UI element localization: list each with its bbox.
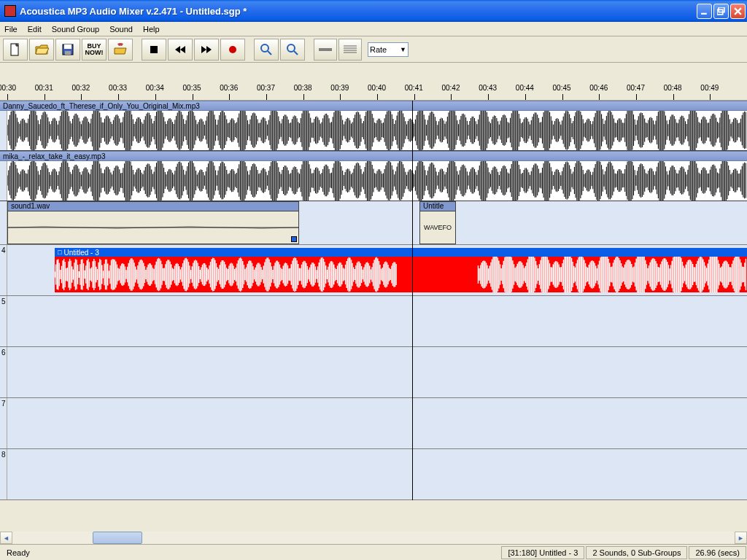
svg-rect-0 xyxy=(701,12,707,14)
view-mode-single[interactable] xyxy=(314,39,337,61)
svg-line-12 xyxy=(294,51,298,55)
svg-point-11 xyxy=(287,44,295,52)
status-duration: 26.96 (secs) xyxy=(689,546,746,559)
clip-sound1-title: sound1.wav xyxy=(7,201,299,211)
rate-label: Rate xyxy=(370,45,387,54)
toolbar: BUY NOW! Rate ▼ xyxy=(0,36,747,63)
track4-number: 4 xyxy=(1,246,6,254)
open-button[interactable] xyxy=(29,39,54,61)
track6-number: 6 xyxy=(1,349,6,357)
menu-help[interactable]: Help xyxy=(143,25,160,34)
scroll-left-button[interactable]: ◄ xyxy=(0,532,12,544)
menu-bar: File Edit Sound Group Sound Help xyxy=(0,22,747,36)
clip-sound1[interactable]: sound1.wav xyxy=(7,201,299,244)
svg-point-8 xyxy=(229,46,236,53)
ruler-tick: 00:38 xyxy=(303,94,341,100)
menu-file[interactable]: File xyxy=(4,25,18,34)
track8-row[interactable]: 8 xyxy=(0,449,747,500)
ruler-tick: 00:48 xyxy=(673,94,711,100)
status-ready: Ready xyxy=(1,546,36,559)
ruler-tick: 00:35 xyxy=(193,94,230,100)
ruler-tick: 00:39 xyxy=(340,94,377,100)
ruler-tick: 00:32 xyxy=(81,94,118,100)
track2-waveform[interactable] xyxy=(0,161,747,201)
track2-header[interactable]: mika_-_relax_take_it_easy.mp3 xyxy=(0,151,747,161)
scroll-track[interactable] xyxy=(12,532,735,544)
track6-row[interactable]: 6 xyxy=(0,347,747,398)
track1-waveform[interactable] xyxy=(0,111,747,151)
svg-rect-6 xyxy=(65,51,71,55)
ruler-tick: 00:30 xyxy=(7,94,44,100)
menu-sound-group[interactable]: Sound Group xyxy=(52,25,99,34)
close-button[interactable] xyxy=(730,4,746,19)
stop-button[interactable] xyxy=(142,39,166,61)
view-mode-multi[interactable] xyxy=(338,39,362,61)
menu-sound[interactable]: Sound xyxy=(109,25,133,34)
track5-row[interactable]: 5 xyxy=(0,296,747,347)
track7-number: 7 xyxy=(1,400,6,408)
ruler-tick: 00:37 xyxy=(266,94,303,100)
zoom-out-button[interactable] xyxy=(280,39,305,61)
track1-header[interactable]: Danny_Saucedo_ft_Therese_if_Only_You_Ori… xyxy=(0,101,747,111)
forward-button[interactable] xyxy=(194,39,219,61)
svg-rect-7 xyxy=(150,46,158,53)
status-bar: Ready [31:180] Untitled - 3 2 Sounds, 0 … xyxy=(0,544,747,560)
scroll-thumb[interactable] xyxy=(93,532,142,544)
ruler-tick: 00:41 xyxy=(414,94,452,100)
track8-number: 8 xyxy=(1,451,6,459)
track7-row[interactable]: 7 xyxy=(0,398,747,449)
track5-number: 5 xyxy=(1,298,6,306)
ruler-tick: 00:33 xyxy=(118,94,155,100)
chevron-down-icon: ▼ xyxy=(400,46,406,53)
record-button[interactable] xyxy=(220,39,245,61)
restore-button[interactable] xyxy=(713,4,729,19)
ruler-tick: 00:44 xyxy=(525,94,562,100)
import-button[interactable] xyxy=(108,39,133,61)
new-button[interactable] xyxy=(3,39,28,61)
ruler-tick: 00:43 xyxy=(488,94,525,100)
horizontal-scrollbar[interactable]: ◄ ► xyxy=(0,532,747,544)
ruler-tick: 00:49 xyxy=(710,94,747,100)
clip-untitle-title: Untitle xyxy=(419,201,456,211)
minimize-button[interactable] xyxy=(697,4,712,19)
status-counts: 2 Sounds, 0 Sub-Groups xyxy=(586,546,687,559)
tracks-area: Danny_Saucedo_ft_Therese_if_Only_You_Ori… xyxy=(0,101,747,500)
app-icon xyxy=(4,5,16,17)
scroll-right-button[interactable]: ► xyxy=(735,532,747,544)
zoom-in-button[interactable] xyxy=(254,39,279,61)
rate-dropdown[interactable]: Rate ▼ xyxy=(368,42,409,57)
svg-rect-13 xyxy=(319,48,332,51)
ruler-tick: 00:40 xyxy=(377,94,414,100)
track3-row[interactable]: sound1.wav Untitle WAVEFO xyxy=(0,201,747,245)
clip-wavefo-body: WAVEFO xyxy=(419,211,456,244)
ruler-tick: 00:42 xyxy=(451,94,488,100)
save-button[interactable] xyxy=(55,39,80,61)
ruler-tick: 00:34 xyxy=(155,94,193,100)
svg-point-9 xyxy=(261,44,268,52)
playhead[interactable] xyxy=(412,101,413,500)
timeline-ruler[interactable]: 00:3000:3100:3200:3300:3400:3500:3600:37… xyxy=(0,63,747,101)
ruler-tick: 00:45 xyxy=(562,94,600,100)
svg-line-10 xyxy=(268,51,271,55)
status-position: [31:180] Untitled - 3 xyxy=(501,546,584,559)
clip-resize-handle[interactable] xyxy=(291,236,297,242)
window-title: Acoustica MP3 Audio Mixer v.2.471 - Unti… xyxy=(20,6,697,17)
svg-rect-5 xyxy=(64,44,71,49)
clip-untitled-small[interactable]: Untitle WAVEFO xyxy=(419,201,456,244)
rewind-button[interactable] xyxy=(168,39,193,61)
track4-row[interactable]: 4 Untitled - 3 xyxy=(0,245,747,296)
menu-edit[interactable]: Edit xyxy=(28,25,42,34)
ruler-tick: 00:36 xyxy=(229,94,266,100)
ruler-tick: 00:31 xyxy=(44,94,82,100)
title-bar: Acoustica MP3 Audio Mixer v.2.471 - Unti… xyxy=(0,0,747,22)
clip-untitled-3-title: Untitled - 3 xyxy=(55,248,747,257)
clip-untitled-3[interactable]: Untitled - 3 xyxy=(55,248,747,292)
ruler-tick: 00:47 xyxy=(636,94,673,100)
buy-now-button[interactable]: BUY NOW! xyxy=(82,39,107,61)
ruler-tick: 00:46 xyxy=(599,94,636,100)
